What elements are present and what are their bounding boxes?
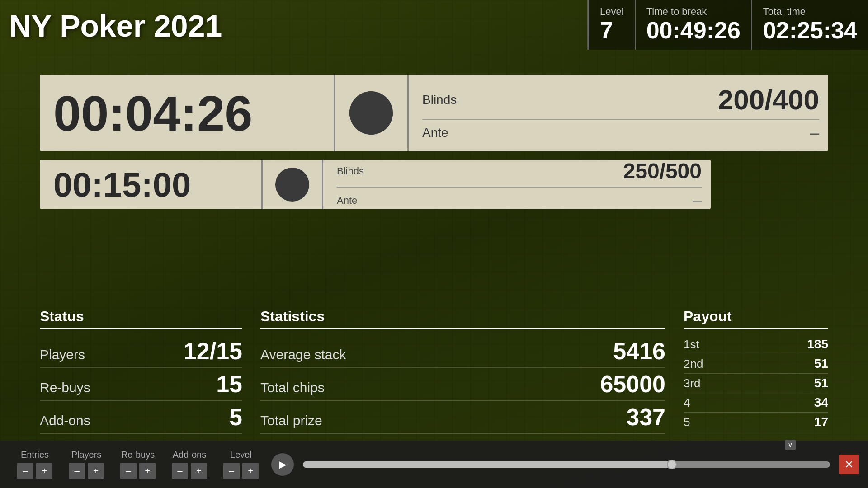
primary-ante-row: Ante – xyxy=(422,120,819,146)
players-control: Players – + xyxy=(61,450,112,479)
secondary-blinds-section: Blinds 250/500 Ante – xyxy=(328,160,711,209)
players-label: Players xyxy=(40,347,85,362)
secondary-divider xyxy=(261,160,263,209)
total-time-value: 02:25:34 xyxy=(763,18,857,43)
level-buttons: – + xyxy=(223,463,259,479)
entries-plus-btn[interactable]: + xyxy=(36,463,52,479)
addons-value: 5 xyxy=(229,404,242,431)
avg-stack-value: 5416 xyxy=(613,338,665,365)
payout-column: Payout 1st 185 2nd 51 3rd 51 4 34 5 17 xyxy=(684,308,828,434)
stats-section: Status Players 12/15 Re-buys 15 Add-ons … xyxy=(40,308,828,434)
secondary-divider2 xyxy=(322,160,323,209)
total-time-box: Total time 02:25:34 xyxy=(751,0,868,50)
progress-fill xyxy=(303,461,672,468)
timer-section: 00:04:26 Blinds 200/400 Ante – 00:15:00 xyxy=(40,75,828,217)
payout-1st-label: 1st xyxy=(684,338,699,352)
primary-timer-time: 00:04:26 xyxy=(40,84,329,142)
players-buttons: – + xyxy=(69,463,104,479)
primary-blinds-row: Blinds 200/400 xyxy=(422,80,819,120)
progress-thumb[interactable] xyxy=(667,460,677,469)
secondary-timer-card: 00:15:00 Blinds 250/500 Ante – xyxy=(40,160,711,209)
total-prize-label: Total prize xyxy=(260,413,322,428)
addons-ctrl-label: Add-ons xyxy=(173,450,207,460)
addons-plus-btn[interactable]: + xyxy=(191,463,207,479)
level-minus-btn[interactable]: – xyxy=(223,463,240,479)
primary-blinds-section: Blinds 200/400 Ante – xyxy=(413,75,828,150)
time-to-break-box: Time to break 00:49:26 xyxy=(635,0,751,50)
payout-5th-value: 17 xyxy=(814,415,828,429)
time-to-break-value: 00:49:26 xyxy=(646,18,741,43)
players-row: Players 12/15 xyxy=(40,335,242,368)
time-to-break-label: Time to break xyxy=(646,6,741,18)
rebuys-control: Re-buys – + xyxy=(112,450,164,479)
players-value: 12/15 xyxy=(184,338,242,365)
payout-3rd: 3rd 51 xyxy=(684,374,828,393)
v-badge: v xyxy=(785,440,796,450)
status-column: Status Players 12/15 Re-buys 15 Add-ons … xyxy=(40,308,242,434)
players-minus-btn[interactable]: – xyxy=(69,463,85,479)
payout-4th-label: 4 xyxy=(684,396,690,410)
statistics-header: Statistics xyxy=(260,308,665,329)
level-ctrl-label: Level xyxy=(230,450,252,460)
pie-icon xyxy=(349,90,394,136)
secondary-blinds-value: 250/500 xyxy=(623,160,702,183)
payout-2nd: 2nd 51 xyxy=(684,354,828,374)
level-box: Level 7 xyxy=(588,0,635,50)
circle-icon xyxy=(275,168,309,202)
secondary-ante-row: Ante – xyxy=(337,188,702,209)
timer-divider xyxy=(334,75,335,151)
payout-4th: 4 34 xyxy=(684,393,828,413)
total-prize-value: 337 xyxy=(626,404,665,431)
entries-buttons: – + xyxy=(17,463,52,479)
level-value: 7 xyxy=(600,18,624,43)
total-time-label: Total time xyxy=(763,6,857,18)
rebuys-minus-btn[interactable]: – xyxy=(120,463,137,479)
level-control: Level – + xyxy=(215,450,267,479)
total-chips-value: 65000 xyxy=(600,371,665,398)
payout-5th-label: 5 xyxy=(684,415,690,429)
primary-blinds-label: Blinds xyxy=(422,93,457,107)
rebuys-value: 15 xyxy=(216,371,242,398)
total-chips-label: Total chips xyxy=(260,380,325,395)
players-plus-btn[interactable]: + xyxy=(88,463,104,479)
rebuys-plus-btn[interactable]: + xyxy=(139,463,156,479)
progress-bar[interactable] xyxy=(303,461,830,468)
total-chips-row: Total chips 65000 xyxy=(260,368,665,401)
secondary-blinds-label: Blinds xyxy=(337,165,364,177)
payout-3rd-label: 3rd xyxy=(684,376,701,390)
payout-5th: 5 17 xyxy=(684,413,828,432)
level-label: Level xyxy=(600,6,624,18)
entries-minus-btn[interactable]: – xyxy=(17,463,33,479)
primary-blinds-value: 200/400 xyxy=(718,84,819,116)
rebuys-row: Re-buys 15 xyxy=(40,368,242,401)
header-info: Level 7 Time to break 00:49:26 Total tim… xyxy=(587,0,868,50)
status-header: Status xyxy=(40,308,242,329)
payout-2nd-value: 51 xyxy=(814,357,828,371)
app-title: NY Poker 2021 xyxy=(9,8,222,43)
rebuys-label: Re-buys xyxy=(40,380,90,395)
addons-minus-btn[interactable]: – xyxy=(172,463,188,479)
addons-buttons: – + xyxy=(172,463,207,479)
entries-control: Entries – + xyxy=(9,450,61,479)
rebuys-buttons: – + xyxy=(120,463,156,479)
primary-ante-value: – xyxy=(810,123,819,142)
primary-timer-card: 00:04:26 Blinds 200/400 Ante – xyxy=(40,75,828,151)
addons-label: Add-ons xyxy=(40,413,90,428)
avg-stack-row: Average stack 5416 xyxy=(260,335,665,368)
play-button[interactable]: ▶ xyxy=(271,453,294,476)
level-plus-btn[interactable]: + xyxy=(242,463,259,479)
payout-1st: 1st 185 xyxy=(684,335,828,354)
payout-4th-value: 34 xyxy=(814,395,828,410)
addons-control: Add-ons – + xyxy=(164,450,215,479)
secondary-ante-label: Ante xyxy=(337,195,357,206)
primary-ante-label: Ante xyxy=(422,126,448,140)
payout-1st-value: 185 xyxy=(807,337,828,352)
secondary-ante-value: – xyxy=(693,191,702,209)
payout-2nd-label: 2nd xyxy=(684,357,703,371)
payout-3rd-value: 51 xyxy=(814,376,828,390)
rebuys-ctrl-label: Re-buys xyxy=(121,450,155,460)
payout-header: Payout xyxy=(684,308,828,329)
close-button[interactable]: ✕ xyxy=(839,455,859,474)
control-bar: Entries – + Players – + Re-buys – + Add-… xyxy=(0,441,868,488)
players-ctrl-label: Players xyxy=(71,450,102,460)
